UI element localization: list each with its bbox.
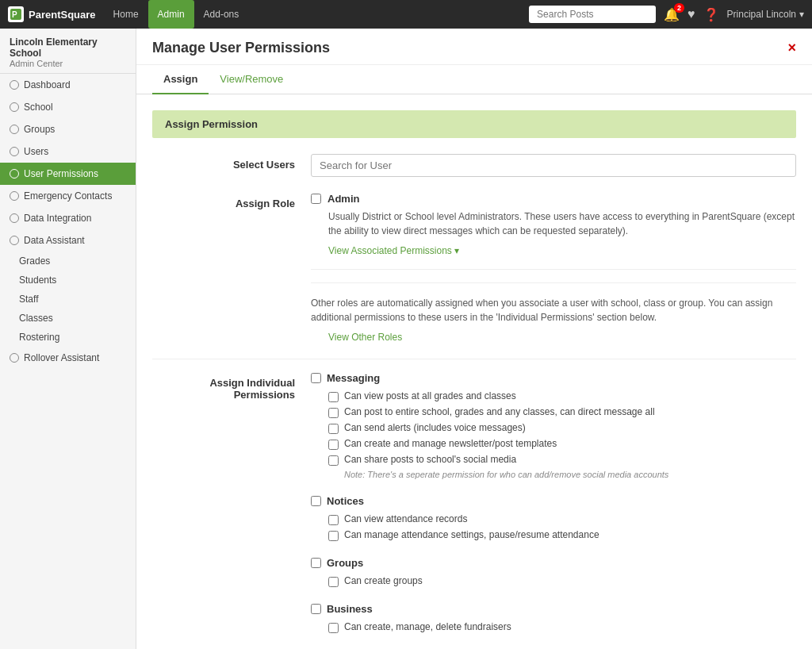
- admin-role-description: Usually District or School level Adminis…: [328, 209, 796, 238]
- sidebar-label-data-integration: Data Integration: [24, 213, 91, 224]
- sidebar-item-data-integration[interactable]: Data Integration: [0, 207, 136, 229]
- sidebar-item-emergency-contacts[interactable]: Emergency Contacts: [0, 185, 136, 207]
- messaging-sub-items: Can view posts at all grades and classes…: [328, 390, 796, 479]
- notices-manage-attendance-label: Can manage attendance settings, pause/re…: [344, 529, 599, 540]
- nav-addons[interactable]: Add-ons: [194, 0, 249, 29]
- circle-icon: [10, 102, 19, 112]
- messaging-post-school-checkbox[interactable]: [328, 408, 339, 418]
- business-checkbox[interactable]: [311, 604, 321, 614]
- notices-title: Notices: [311, 495, 796, 507]
- tab-assign[interactable]: Assign: [152, 65, 209, 94]
- admin-role-block: Admin Usually District or School level A…: [311, 193, 796, 270]
- circle-icon: [10, 80, 19, 90]
- search-input[interactable]: [529, 6, 656, 23]
- business-fundraisers-label: Can create, manage, delete fundraisers: [344, 621, 511, 632]
- close-button[interactable]: ×: [787, 40, 796, 56]
- view-associated-permissions-link[interactable]: View Associated Permissions ▾: [328, 245, 459, 256]
- logo: P ParentSquare: [8, 6, 96, 22]
- notices-sub-items: Can view attendance records Can manage a…: [328, 513, 796, 541]
- favorites-button[interactable]: ♥: [688, 7, 695, 21]
- messaging-title: Messaging: [311, 372, 796, 384]
- list-item: Can share posts to school's social media: [328, 454, 796, 466]
- view-other-roles-link[interactable]: View Other Roles: [328, 332, 402, 343]
- user-name: Principal Lincoln: [727, 9, 796, 20]
- sidebar-label-emergency-contacts: Emergency Contacts: [24, 190, 112, 202]
- messaging-view-posts-label: Can view posts at all grades and classes: [344, 390, 516, 401]
- sidebar-item-students[interactable]: Students: [0, 271, 136, 290]
- groups-create-label: Can create groups: [344, 575, 423, 586]
- sidebar-item-grades[interactable]: Grades: [0, 252, 136, 271]
- sidebar-label-dashboard: Dashboard: [24, 79, 71, 90]
- user-menu[interactable]: Principal Lincoln ▾: [727, 9, 804, 20]
- logo-text: ParentSquare: [29, 9, 96, 21]
- assign-role-label: Assign Role: [152, 193, 311, 209]
- business-sub-items: Can create, manage, delete fundraisers: [328, 621, 796, 633]
- messaging-social-checkbox[interactable]: [328, 455, 339, 466]
- select-users-control: [311, 154, 796, 177]
- notices-manage-attendance-checkbox[interactable]: [328, 531, 339, 541]
- list-item: Can view attendance records: [328, 513, 796, 525]
- page-header: Manage User Permissions ×: [136, 29, 812, 65]
- sidebar-item-groups[interactable]: Groups: [0, 118, 136, 140]
- individual-permissions-control: Messaging Can view posts at all grades a…: [311, 372, 796, 649]
- divider: [311, 282, 796, 283]
- admin-role-checkbox[interactable]: [311, 194, 321, 204]
- groups-section: Groups Can create groups: [311, 557, 796, 587]
- circle-icon: [10, 147, 19, 156]
- sidebar-item-users[interactable]: Users: [0, 140, 136, 163]
- circle-icon: [10, 236, 19, 245]
- nav-home[interactable]: Home: [104, 0, 148, 29]
- messaging-checkbox[interactable]: [311, 373, 321, 383]
- messaging-newsletter-checkbox[interactable]: [328, 440, 339, 450]
- business-fundraisers-checkbox[interactable]: [328, 623, 339, 633]
- chevron-down-icon: ▾: [799, 9, 804, 20]
- messaging-view-posts-checkbox[interactable]: [328, 392, 339, 402]
- list-item: Can post to entire school, grades and an…: [328, 406, 796, 418]
- list-item: Can create groups: [328, 575, 796, 587]
- groups-sub-items: Can create groups: [328, 575, 796, 587]
- user-search-input[interactable]: [311, 154, 796, 177]
- groups-create-checkbox[interactable]: [328, 577, 339, 587]
- sidebar-item-user-permissions[interactable]: User Permissions: [0, 163, 136, 185]
- sidebar-item-rollover-assistant[interactable]: Rollover Assistant: [0, 347, 136, 369]
- sidebar-item-data-assistant[interactable]: Data Assistant: [0, 229, 136, 252]
- messaging-alerts-checkbox[interactable]: [328, 424, 339, 434]
- tab-view-remove[interactable]: View/Remove: [209, 65, 294, 94]
- notifications-button[interactable]: 🔔 2: [664, 7, 680, 22]
- sidebar-item-classes[interactable]: Classes: [0, 309, 136, 328]
- admin-role-title: Admin: [311, 193, 796, 205]
- sidebar-item-school[interactable]: School: [0, 96, 136, 118]
- list-item: Can manage attendance settings, pause/re…: [328, 529, 796, 541]
- notices-view-attendance-checkbox[interactable]: [328, 515, 339, 525]
- admin-center-label: Admin Center: [10, 59, 126, 68]
- sidebar: Lincoln Elementary School Admin Center D…: [0, 29, 136, 649]
- sidebar-label-groups: Groups: [24, 124, 55, 135]
- school-name: Lincoln Elementary School: [10, 36, 126, 59]
- circle-icon: [10, 213, 19, 223]
- groups-checkbox[interactable]: [311, 558, 321, 568]
- sidebar-item-rostering[interactable]: Rostering: [0, 328, 136, 347]
- sidebar-header: Lincoln Elementary School Admin Center: [0, 29, 136, 74]
- messaging-social-label: Can share posts to school's social media: [344, 454, 516, 465]
- sidebar-item-dashboard[interactable]: Dashboard: [0, 74, 136, 96]
- main-content: Manage User Permissions × Assign View/Re…: [136, 29, 812, 649]
- individual-permissions-label: Assign Individual Permissions: [152, 372, 311, 401]
- top-nav: P ParentSquare Home Admin Add-ons 🔔 2 ♥ …: [0, 0, 812, 29]
- layout: Lincoln Elementary School Admin Center D…: [0, 29, 812, 649]
- notices-section: Notices Can view attendance records Can …: [311, 495, 796, 541]
- circle-icon: [10, 169, 19, 179]
- sidebar-label-rollover: Rollover Assistant: [24, 352, 99, 363]
- assign-role-row: Assign Role Admin Usually District or Sc…: [152, 193, 796, 343]
- list-item: Can view posts at all grades and classes: [328, 390, 796, 402]
- sidebar-item-staff[interactable]: Staff: [0, 290, 136, 309]
- help-button[interactable]: ❓: [703, 7, 719, 22]
- section-divider: [152, 359, 796, 359]
- circle-icon: [10, 125, 19, 134]
- svg-text:P: P: [12, 10, 17, 19]
- circle-icon: [10, 353, 19, 363]
- nav-admin[interactable]: Admin: [148, 0, 194, 29]
- circle-icon: [10, 191, 19, 201]
- list-item: Can create, manage, delete fundraisers: [328, 621, 796, 633]
- business-title: Business: [311, 603, 796, 615]
- notices-checkbox[interactable]: [311, 496, 321, 506]
